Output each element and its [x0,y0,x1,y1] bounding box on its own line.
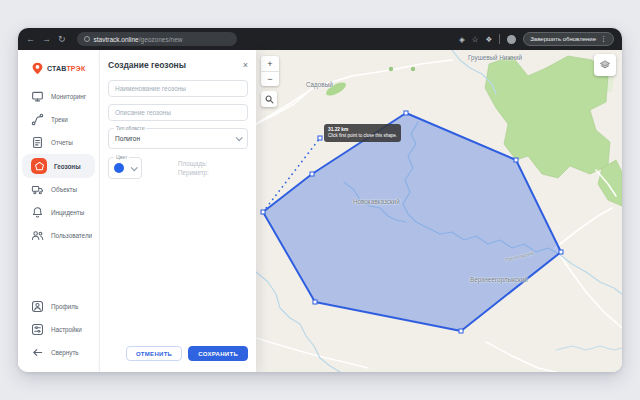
geozone-tile [31,158,47,174]
password-manager-icon[interactable]: ◈ [459,35,465,44]
tracks-icon [31,113,44,126]
map-layers-button[interactable] [594,54,616,76]
map-label-settlement: Садовый [306,81,333,88]
url-bar[interactable]: stavtrack.online/geozones/new [77,32,237,46]
sidebar-item-reports[interactable]: Отчеты [18,131,99,154]
map-search-button[interactable] [261,91,277,107]
sidebar-item-incidents[interactable]: Инциденты [18,201,99,224]
cancel-button[interactable]: ОТМЕНИТЬ [126,346,182,361]
browser-window: ← → ↻ stavtrack.online/geozones/new ◈ ☆ … [18,28,622,372]
draw-hint: Click first point to close this shape. [328,133,397,140]
finish-update-button[interactable]: Завершить обновление ⋮ [523,32,614,46]
browser-menu-icon[interactable]: ⋮ [600,35,607,43]
url-path: /geozones/new [139,36,183,43]
chevron-down-icon [131,164,138,171]
chevron-down-icon [236,134,243,141]
panel-title: Создание геозоны [108,60,186,70]
area-metric-label: Площадь: [178,160,209,169]
map-label-settlement: Новокавказский [353,198,400,205]
geozone-create-panel: Создание геозоны × Тип области Полигон Ц… [100,50,256,372]
logo-text-primary: СТАВ [47,65,66,72]
bell-icon [31,206,44,219]
geozone-name-input[interactable] [108,80,248,97]
draw-distance: 31.22 km [328,126,397,133]
close-icon[interactable]: × [243,61,248,70]
sidebar-item-label: Геозоны [54,163,81,170]
logo-pin-icon [31,62,44,75]
color-swatch [114,163,124,173]
sidebar-item-tracks[interactable]: Треки [18,108,99,131]
url-text: stavtrack.online/geozones/new [94,36,183,43]
perimeter-metric-label: Периметр: [178,169,209,178]
app-logo[interactable]: СТАВТРЭК [18,58,99,85]
color-label: Цвет [114,155,129,160]
site-info-icon[interactable] [84,36,90,42]
zoom-in-button[interactable]: + [261,56,279,71]
browser-toolbar: ← → ↻ stavtrack.online/geozones/new ◈ ☆ … [18,28,622,50]
forward-icon[interactable]: → [42,35,51,44]
refresh-icon[interactable]: ↻ [58,35,66,44]
url-host: stavtrack.online [94,36,139,43]
geozone-icon [34,161,45,172]
sidebar-item-geozones[interactable]: Геозоны [22,154,95,178]
sidebar-item-users[interactable]: Пользователи [18,224,99,247]
back-icon[interactable]: ← [26,35,35,44]
profile-icon [31,300,44,313]
bookmark-icon[interactable]: ☆ [472,35,479,44]
save-button[interactable]: СОХРАНИТЬ [188,346,248,361]
browser-profile-avatar[interactable] [507,35,516,44]
monitor-icon [31,90,44,103]
geozone-description-input[interactable] [108,104,248,121]
users-icon [31,229,44,242]
color-select[interactable]: Цвет [108,157,142,179]
search-icon [265,95,274,104]
sidebar-item-objects[interactable]: Объекты [18,178,99,201]
area-type-value: Полигон [115,135,140,142]
toolbar-divider [499,34,500,44]
sidebar-footer: Профиль Настройки Свернуть [18,295,99,364]
area-type-select[interactable]: Тип области Полигон [108,128,248,149]
logo-text: СТАВТРЭК [47,65,85,72]
sidebar-item-monitoring[interactable]: Мониторинг [18,85,99,108]
map-canvas [256,50,622,372]
zoom-out-button[interactable]: − [261,71,279,86]
sidebar-item-label: Треки [51,116,68,123]
sidebar-item-collapse[interactable]: Свернуть [18,341,99,364]
map-label-settlement: Грушевый Нижний [468,54,522,61]
extensions-icon[interactable]: ❖ [485,35,492,44]
geozone-metrics: Площадь: Периметр: [178,157,209,177]
map-label-settlement: Верхнеегорлыкский [470,276,528,283]
sidebar-item-label: Объекты [51,186,77,193]
arrow-left-icon [31,346,44,359]
map[interactable]: Грушевый Нижний Садовый Новокавказский П… [256,50,622,372]
sidebar-item-label: Профиль [51,303,78,310]
sidebar-item-label: Инциденты [51,209,84,216]
truck-icon [31,183,44,196]
sidebar-item-label: Отчеты [51,139,73,146]
sidebar-item-label: Свернуть [51,349,79,356]
draw-tooltip: 31.22 km Click first point to close this… [324,124,401,142]
sidebar-item-label: Мониторинг [51,93,86,100]
report-icon [31,136,44,149]
sidebar-item-profile[interactable]: Профиль [18,295,99,318]
finish-update-label: Завершить обновление [530,36,596,42]
sidebar-item-label: Настройки [51,326,82,333]
map-zoom-control: + − [261,56,279,86]
layers-icon [599,59,611,71]
sidebar-item-settings[interactable]: Настройки [18,318,99,341]
sidebar-item-label: Пользователи [51,232,92,239]
settings-icon [31,323,44,336]
logo-text-accent: ТРЭК [66,65,85,72]
sidebar: СТАВТРЭК Мониторинг Треки Отчеты [18,50,100,372]
area-type-label: Тип области [114,126,146,131]
